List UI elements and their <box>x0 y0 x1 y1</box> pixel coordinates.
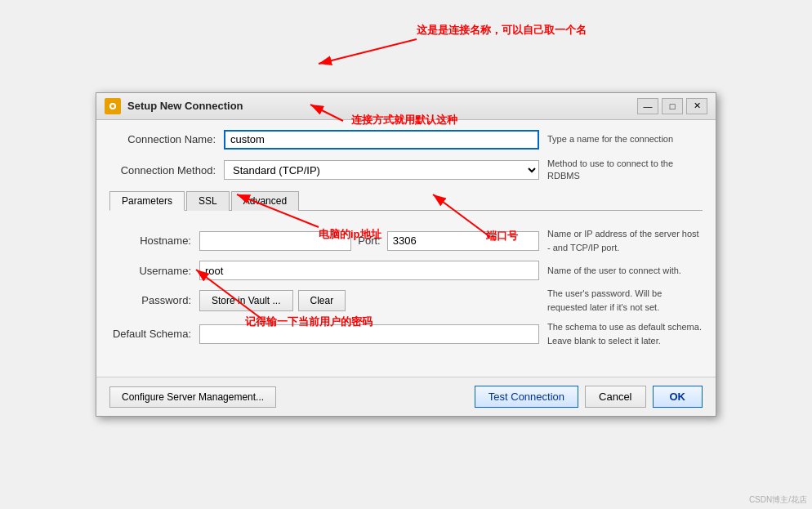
tab-parameters[interactable]: Parameters <box>109 191 185 211</box>
store-vault-button[interactable]: Store in Vault ... <box>199 290 293 311</box>
hostname-label: Hostname: <box>109 234 199 247</box>
maximize-button[interactable]: □ <box>662 98 683 114</box>
default-schema-input[interactable] <box>199 324 539 344</box>
watermark: CSDN博主/花店 <box>749 494 807 506</box>
connection-method-field: Standard (TCP/IP) <box>224 160 539 180</box>
params-grid: Hostname: Port: Name or IP address of th… <box>109 227 703 347</box>
username-input[interactable] <box>199 261 539 280</box>
default-schema-row: Default Schema: The schema to use as def… <box>109 320 703 347</box>
username-row: Username: Name of the user to connect wi… <box>109 261 703 280</box>
dialog-title: Setup New Connection <box>127 100 243 112</box>
password-label: Password: <box>109 294 199 306</box>
port-label: Port: <box>358 234 380 247</box>
connection-name-field <box>224 130 539 150</box>
app-icon <box>105 98 121 114</box>
hostname-input[interactable] <box>199 231 351 251</box>
minimize-button[interactable]: — <box>637 98 658 114</box>
password-buttons: Store in Vault ... Clear <box>199 290 346 311</box>
configure-server-button[interactable]: Configure Server Management... <box>109 386 276 408</box>
dialog-body: Connection Name: Type a name for the con… <box>96 120 716 364</box>
port-input[interactable] <box>387 231 539 251</box>
default-schema-fields <box>199 324 539 344</box>
username-label: Username: <box>109 265 199 277</box>
title-bar-left: Setup New Connection <box>105 98 243 114</box>
test-connection-button[interactable]: Test Connection <box>475 386 578 408</box>
tab-advanced[interactable]: Advanced <box>231 191 299 211</box>
clear-password-button[interactable]: Clear <box>298 290 346 311</box>
connection-name-input[interactable] <box>224 130 539 150</box>
svg-point-2 <box>111 105 114 108</box>
close-button[interactable]: ✕ <box>686 98 707 114</box>
password-fields: Store in Vault ... Clear <box>199 290 539 311</box>
hostname-fields: Port: <box>199 231 539 251</box>
window-controls: — □ ✕ <box>637 98 707 114</box>
dialog-footer: Configure Server Management... Test Conn… <box>96 377 716 416</box>
connection-method-row: Connection Method: Standard (TCP/IP) Met… <box>109 158 703 183</box>
default-schema-hint: The schema to use as default schema. Lea… <box>539 320 703 347</box>
tab-bar: Parameters SSL Advanced <box>109 190 703 211</box>
cancel-button[interactable]: Cancel <box>585 386 645 408</box>
username-hint: Name of the user to connect with. <box>539 264 703 278</box>
connection-name-hint: Type a name for the connection <box>539 133 703 145</box>
connection-method-hint: Method to use to connect to the RDBMS <box>539 158 703 183</box>
password-hint: The user's password. Will be requested l… <box>539 287 703 314</box>
footer-right-buttons: Test Connection Cancel OK <box>475 386 703 408</box>
title-bar: Setup New Connection — □ ✕ <box>96 93 716 120</box>
username-fields <box>199 261 539 280</box>
connection-name-row: Connection Name: Type a name for the con… <box>109 130 703 150</box>
hostname-row: Hostname: Port: Name or IP address of th… <box>109 227 703 254</box>
tab-content-parameters: Hostname: Port: Name or IP address of th… <box>109 221 703 354</box>
password-row: Password: Store in Vault ... Clear The u… <box>109 287 703 314</box>
tab-ssl[interactable]: SSL <box>186 191 230 211</box>
connection-method-select[interactable]: Standard (TCP/IP) <box>224 160 539 180</box>
ok-button[interactable]: OK <box>653 386 703 408</box>
svg-line-4 <box>319 39 417 64</box>
connection-name-label: Connection Name: <box>109 133 224 145</box>
setup-connection-dialog: Setup New Connection — □ ✕ Connection Na… <box>96 92 716 417</box>
connection-method-label: Connection Method: <box>109 164 224 176</box>
default-schema-label: Default Schema: <box>109 328 199 340</box>
annotation-name: 这是是连接名称，可以自己取一个名 <box>417 23 587 38</box>
hostname-hint: Name or IP address of the server host - … <box>539 227 703 254</box>
